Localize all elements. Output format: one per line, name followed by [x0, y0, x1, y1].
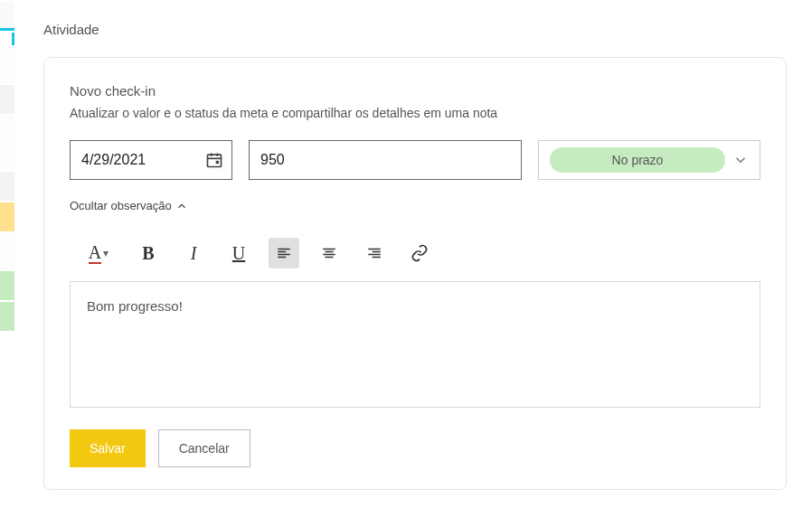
- editor-toolbar: A ▾ B I U: [70, 238, 760, 281]
- font-color-button[interactable]: A ▾: [79, 238, 118, 268]
- date-field[interactable]: [70, 140, 232, 180]
- hide-observation-toggle[interactable]: Ocultar observação: [70, 199, 188, 212]
- hide-observation-label: Ocultar observação: [70, 199, 172, 212]
- italic-button[interactable]: I: [178, 238, 209, 268]
- underline-button[interactable]: U: [223, 238, 254, 268]
- align-right-icon: [366, 245, 382, 261]
- cancel-button[interactable]: Cancelar: [158, 429, 250, 467]
- main-content: Atividade Novo check-in Atualizar o valo…: [20, 0, 812, 527]
- sidebar-mini-item[interactable]: [0, 271, 14, 300]
- sidebar-mini-item[interactable]: [0, 302, 14, 331]
- chevron-up-icon: [175, 200, 188, 212]
- sidebar-mini-item[interactable]: [0, 202, 14, 231]
- editor-content: Bom progresso!: [87, 298, 183, 314]
- sidebar-mini-item-selected[interactable]: [0, 33, 14, 45]
- sidebar-mini-item[interactable]: [0, 47, 14, 83]
- align-left-button[interactable]: [269, 238, 299, 268]
- card-subheading: Atualizar o valor e o status da meta e c…: [70, 106, 760, 120]
- sidebar-mini-item[interactable]: [0, 2, 14, 31]
- bold-button[interactable]: B: [133, 238, 164, 268]
- align-center-icon: [321, 245, 337, 261]
- save-button[interactable]: Salvar: [70, 429, 146, 467]
- action-buttons: Salvar Cancelar: [70, 429, 760, 467]
- link-icon: [411, 244, 429, 262]
- underline-icon: U: [232, 243, 245, 264]
- checkin-controls: No prazo: [70, 140, 760, 180]
- calendar-icon[interactable]: [205, 151, 223, 169]
- svg-rect-4: [216, 161, 219, 164]
- checkin-card: Novo check-in Atualizar o valor e o stat…: [43, 57, 787, 490]
- font-color-icon: A: [89, 243, 101, 264]
- chevron-down-icon: ▾: [103, 247, 109, 259]
- svg-rect-0: [208, 155, 222, 166]
- link-button[interactable]: [404, 238, 435, 268]
- value-input[interactable]: [249, 140, 522, 180]
- align-center-button[interactable]: [314, 238, 345, 268]
- card-heading: Novo check-in: [70, 83, 760, 99]
- section-title: Atividade: [43, 22, 787, 37]
- sidebar-mini-item[interactable]: [0, 85, 14, 114]
- status-pill: No prazo: [550, 147, 725, 173]
- sidebar-mini-item[interactable]: [0, 172, 14, 201]
- mini-sidebar: [0, 0, 20, 527]
- status-select[interactable]: No prazo: [538, 140, 760, 180]
- note-editor[interactable]: Bom progresso!: [70, 281, 760, 408]
- sidebar-mini-item[interactable]: [0, 233, 14, 269]
- align-right-button[interactable]: [359, 238, 390, 268]
- bold-icon: B: [142, 243, 154, 264]
- align-left-icon: [276, 245, 292, 261]
- italic-icon: I: [191, 243, 197, 264]
- value-field[interactable]: [249, 140, 522, 180]
- chevron-down-icon: [732, 152, 749, 168]
- sidebar-mini-item[interactable]: [0, 116, 14, 170]
